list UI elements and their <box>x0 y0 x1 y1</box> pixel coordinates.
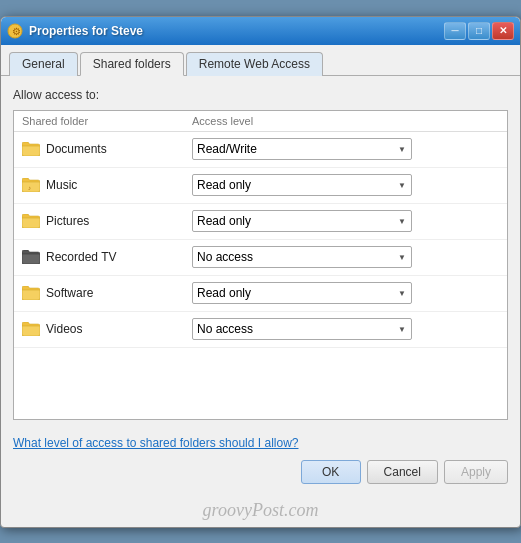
folder-name-videos: Videos <box>46 322 82 336</box>
folder-name-documents: Documents <box>46 142 107 156</box>
folder-name-music: Music <box>46 178 77 192</box>
access-dropdown-videos[interactable]: Read/Write Read only No access <box>192 318 412 340</box>
window-controls: ─ □ ✕ <box>444 22 514 40</box>
table-row: ♪ Music Read/Write Read only No access <box>14 168 507 204</box>
maximize-button[interactable]: □ <box>468 22 490 40</box>
content-area: Allow access to: Shared folder Access le… <box>1 76 520 428</box>
tab-remote-web-access[interactable]: Remote Web Access <box>186 52 323 76</box>
svg-text:♪: ♪ <box>28 185 31 191</box>
cancel-button[interactable]: Cancel <box>367 460 438 484</box>
svg-text:⚙: ⚙ <box>12 26 21 37</box>
folder-cell-documents: Documents <box>22 142 192 156</box>
access-cell-software: Read/Write Read only No access <box>192 282 499 304</box>
folder-icon-recorded-tv <box>22 250 40 264</box>
window-icon: ⚙ <box>7 23 23 39</box>
access-dropdown-music[interactable]: Read/Write Read only No access <box>192 174 412 196</box>
folder-cell-videos: Videos <box>22 322 192 336</box>
watermark: groovyPost.com <box>1 496 520 527</box>
access-dropdown-wrapper-recorded-tv: Read/Write Read only No access <box>192 246 412 268</box>
access-dropdown-wrapper-music: Read/Write Read only No access <box>192 174 412 196</box>
access-dropdown-wrapper-software: Read/Write Read only No access <box>192 282 412 304</box>
folder-name-software: Software <box>46 286 93 300</box>
access-dropdown-wrapper-documents: Read/Write Read only No access <box>192 138 412 160</box>
help-link[interactable]: What level of access to shared folders s… <box>1 428 520 450</box>
access-cell-music: Read/Write Read only No access <box>192 174 499 196</box>
dialog-buttons: OK Cancel Apply <box>1 450 520 496</box>
tab-bar: General Shared folders Remote Web Access <box>1 45 520 76</box>
folder-icon-documents <box>22 142 40 156</box>
access-dropdown-wrapper-pictures: Read/Write Read only No access <box>192 210 412 232</box>
close-button[interactable]: ✕ <box>492 22 514 40</box>
header-shared-folder: Shared folder <box>22 115 192 127</box>
access-cell-videos: Read/Write Read only No access <box>192 318 499 340</box>
table-header: Shared folder Access level <box>14 111 507 132</box>
access-cell-recorded-tv: Read/Write Read only No access <box>192 246 499 268</box>
folder-cell-pictures: Pictures <box>22 214 192 228</box>
properties-window: ⚙ Properties for Steve ─ □ ✕ General Sha… <box>0 16 521 528</box>
allow-access-label: Allow access to: <box>13 88 508 102</box>
folder-icon-videos <box>22 322 40 336</box>
table-row: Pictures Read/Write Read only No access <box>14 204 507 240</box>
apply-button[interactable]: Apply <box>444 460 508 484</box>
folder-icon-music: ♪ <box>22 178 40 192</box>
table-row: Documents Read/Write Read only No access <box>14 132 507 168</box>
folder-name-pictures: Pictures <box>46 214 89 228</box>
access-cell-documents: Read/Write Read only No access <box>192 138 499 160</box>
folder-cell-recorded-tv: Recorded TV <box>22 250 192 264</box>
folder-cell-software: Software <box>22 286 192 300</box>
access-dropdown-wrapper-videos: Read/Write Read only No access <box>192 318 412 340</box>
folder-name-recorded-tv: Recorded TV <box>46 250 116 264</box>
window-title: Properties for Steve <box>29 24 444 38</box>
access-dropdown-pictures[interactable]: Read/Write Read only No access <box>192 210 412 232</box>
table-row: Software Read/Write Read only No access <box>14 276 507 312</box>
folder-cell-music: ♪ Music <box>22 178 192 192</box>
access-dropdown-software[interactable]: Read/Write Read only No access <box>192 282 412 304</box>
access-dropdown-documents[interactable]: Read/Write Read only No access <box>192 138 412 160</box>
tab-general[interactable]: General <box>9 52 78 76</box>
folder-icon-software <box>22 286 40 300</box>
ok-button[interactable]: OK <box>301 460 361 484</box>
table-row: Recorded TV Read/Write Read only No acce… <box>14 240 507 276</box>
header-access-level: Access level <box>192 115 499 127</box>
tab-shared-folders[interactable]: Shared folders <box>80 52 184 76</box>
access-dropdown-recorded-tv[interactable]: Read/Write Read only No access <box>192 246 412 268</box>
table-row: Videos Read/Write Read only No access <box>14 312 507 348</box>
folders-table: Shared folder Access level Documents <box>13 110 508 420</box>
folder-icon-pictures <box>22 214 40 228</box>
access-cell-pictures: Read/Write Read only No access <box>192 210 499 232</box>
title-bar: ⚙ Properties for Steve ─ □ ✕ <box>1 17 520 45</box>
minimize-button[interactable]: ─ <box>444 22 466 40</box>
